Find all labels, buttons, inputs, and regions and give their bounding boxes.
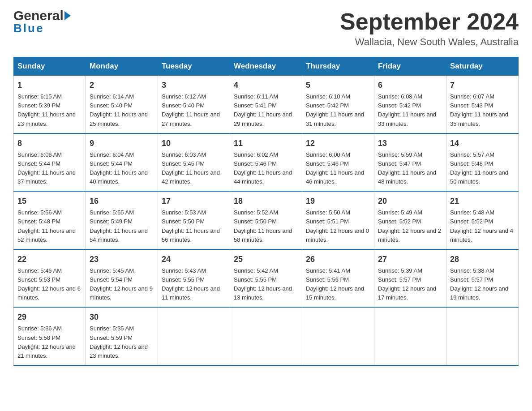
daylight-label: Daylight: 12 hours and 15 minutes.: [306, 285, 364, 301]
day-number: 14: [450, 137, 515, 150]
sunrise-label: Sunrise: 6:10 AM: [306, 93, 350, 100]
month-title: September 2024: [340, 9, 519, 34]
day-number: 8: [17, 137, 82, 150]
sunrise-label: Sunrise: 5:36 AM: [17, 325, 62, 332]
day-info: Sunrise: 5:50 AM Sunset: 5:51 PM Dayligh…: [306, 208, 370, 244]
daylight-label: Daylight: 11 hours and 44 minutes.: [234, 169, 292, 185]
day-info: Sunrise: 6:10 AM Sunset: 5:42 PM Dayligh…: [306, 92, 370, 128]
day-number: 17: [162, 195, 226, 207]
calendar-cell: 17 Sunrise: 5:53 AM Sunset: 5:50 PM Dayl…: [158, 191, 230, 249]
sunset-label: Sunset: 5:44 PM: [90, 160, 133, 167]
day-number: 5: [306, 79, 370, 91]
sunrise-label: Sunrise: 5:41 AM: [306, 267, 350, 274]
calendar-cell: 3 Sunrise: 6:12 AM Sunset: 5:40 PM Dayli…: [158, 76, 230, 133]
day-number: 27: [378, 253, 442, 265]
daylight-label: Daylight: 12 hours and 4 minutes.: [450, 227, 513, 243]
calendar-cell: 10 Sunrise: 6:03 AM Sunset: 5:45 PM Dayl…: [158, 133, 230, 192]
day-info: Sunrise: 6:12 AM Sunset: 5:40 PM Dayligh…: [162, 92, 226, 128]
sunrise-label: Sunrise: 5:46 AM: [17, 267, 62, 274]
calendar-week-row: 8 Sunrise: 6:06 AM Sunset: 5:44 PM Dayli…: [14, 133, 519, 192]
daylight-label: Daylight: 12 hours and 9 minutes.: [90, 285, 153, 301]
calendar-cell: [302, 307, 374, 365]
day-info: Sunrise: 5:36 AM Sunset: 5:58 PM Dayligh…: [17, 324, 82, 360]
day-number: 20: [378, 195, 442, 207]
logo-arrow-icon: [64, 11, 71, 20]
sunset-label: Sunset: 5:42 PM: [306, 102, 349, 109]
day-number: 26: [306, 253, 370, 265]
sunrise-label: Sunrise: 6:04 AM: [90, 151, 134, 158]
logo-general-text: General: [13, 9, 71, 22]
sunset-label: Sunset: 5:53 PM: [17, 276, 60, 283]
day-number: 15: [17, 195, 82, 207]
daylight-label: Daylight: 12 hours and 11 minutes.: [162, 285, 220, 301]
sunrise-label: Sunrise: 6:06 AM: [17, 151, 62, 158]
daylight-label: Daylight: 11 hours and 25 minutes.: [90, 111, 148, 127]
sunset-label: Sunset: 5:55 PM: [162, 276, 205, 283]
sunset-label: Sunset: 5:39 PM: [17, 102, 60, 109]
sunset-label: Sunset: 5:43 PM: [450, 102, 493, 109]
day-info: Sunrise: 5:56 AM Sunset: 5:48 PM Dayligh…: [17, 208, 82, 244]
sunset-label: Sunset: 5:41 PM: [234, 102, 277, 109]
sunset-label: Sunset: 5:48 PM: [17, 218, 60, 225]
day-number: 28: [450, 253, 515, 265]
calendar-cell: 28 Sunrise: 5:38 AM Sunset: 5:57 PM Dayl…: [446, 249, 519, 308]
day-info: Sunrise: 5:39 AM Sunset: 5:57 PM Dayligh…: [378, 266, 442, 303]
sunrise-label: Sunrise: 6:15 AM: [17, 93, 62, 100]
sunrise-label: Sunrise: 6:12 AM: [162, 93, 206, 100]
daylight-label: Daylight: 11 hours and 48 minutes.: [378, 169, 436, 185]
day-number: 13: [378, 137, 442, 150]
sunset-label: Sunset: 5:59 PM: [90, 334, 133, 341]
daylight-label: Daylight: 11 hours and 40 minutes.: [90, 169, 148, 185]
sunset-label: Sunset: 5:44 PM: [17, 160, 60, 167]
calendar-cell: [446, 307, 519, 365]
calendar-cell: 25 Sunrise: 5:42 AM Sunset: 5:55 PM Dayl…: [230, 249, 302, 308]
calendar-cell: 16 Sunrise: 5:55 AM Sunset: 5:49 PM Dayl…: [86, 191, 158, 249]
calendar-cell: 13 Sunrise: 5:59 AM Sunset: 5:47 PM Dayl…: [374, 133, 446, 192]
calendar-cell: [158, 307, 230, 365]
sunrise-label: Sunrise: 5:49 AM: [378, 209, 422, 216]
calendar-cell: 11 Sunrise: 6:02 AM Sunset: 5:46 PM Dayl…: [230, 133, 302, 192]
day-number: 1: [17, 79, 82, 91]
day-number: 3: [162, 79, 226, 91]
sunrise-label: Sunrise: 5:50 AM: [306, 209, 350, 216]
day-info: Sunrise: 6:06 AM Sunset: 5:44 PM Dayligh…: [17, 150, 82, 187]
day-number: 6: [378, 79, 442, 91]
daylight-label: Daylight: 11 hours and 29 minutes.: [234, 111, 292, 127]
sunrise-label: Sunrise: 5:38 AM: [450, 267, 494, 274]
sunset-label: Sunset: 5:54 PM: [90, 276, 133, 283]
calendar-cell: 4 Sunrise: 6:11 AM Sunset: 5:41 PM Dayli…: [230, 76, 302, 133]
calendar-cell: 21 Sunrise: 5:48 AM Sunset: 5:52 PM Dayl…: [446, 191, 519, 249]
daylight-label: Daylight: 12 hours and 23 minutes.: [90, 343, 148, 359]
daylight-label: Daylight: 12 hours and 2 minutes.: [378, 227, 441, 243]
sunset-label: Sunset: 5:42 PM: [378, 102, 421, 109]
calendar-cell: 7 Sunrise: 6:07 AM Sunset: 5:43 PM Dayli…: [446, 76, 519, 133]
daylight-label: Daylight: 11 hours and 31 minutes.: [306, 111, 364, 127]
sunset-label: Sunset: 5:57 PM: [378, 276, 421, 283]
calendar-cell: 27 Sunrise: 5:39 AM Sunset: 5:57 PM Dayl…: [374, 249, 446, 308]
day-info: Sunrise: 5:46 AM Sunset: 5:53 PM Dayligh…: [17, 266, 82, 303]
daylight-label: Daylight: 12 hours and 6 minutes.: [17, 285, 81, 301]
calendar-week-row: 1 Sunrise: 6:15 AM Sunset: 5:39 PM Dayli…: [14, 76, 519, 133]
sunset-label: Sunset: 5:40 PM: [162, 102, 205, 109]
sunrise-label: Sunrise: 5:42 AM: [234, 267, 278, 274]
col-sunday: Sunday: [14, 57, 86, 76]
sunset-label: Sunset: 5:56 PM: [306, 276, 349, 283]
day-info: Sunrise: 6:07 AM Sunset: 5:43 PM Dayligh…: [450, 92, 515, 128]
location-text: Wallacia, New South Wales, Australia: [340, 36, 519, 48]
calendar-cell: 20 Sunrise: 5:49 AM Sunset: 5:52 PM Dayl…: [374, 191, 446, 249]
sunset-label: Sunset: 5:50 PM: [162, 218, 205, 225]
logo-blue-text: Blue: [13, 22, 71, 34]
daylight-label: Daylight: 12 hours and 17 minutes.: [378, 285, 436, 301]
col-wednesday: Wednesday: [230, 57, 302, 76]
day-number: 2: [90, 79, 154, 91]
day-info: Sunrise: 6:02 AM Sunset: 5:46 PM Dayligh…: [234, 150, 298, 187]
daylight-label: Daylight: 11 hours and 37 minutes.: [17, 169, 76, 185]
daylight-label: Daylight: 11 hours and 54 minutes.: [90, 227, 148, 243]
day-info: Sunrise: 5:57 AM Sunset: 5:48 PM Dayligh…: [450, 150, 515, 187]
day-info: Sunrise: 5:48 AM Sunset: 5:52 PM Dayligh…: [450, 208, 515, 244]
day-info: Sunrise: 5:41 AM Sunset: 5:56 PM Dayligh…: [306, 266, 370, 303]
title-area: September 2024 Wallacia, New South Wales…: [340, 9, 519, 48]
sunrise-label: Sunrise: 6:02 AM: [234, 151, 278, 158]
calendar-cell: 15 Sunrise: 5:56 AM Sunset: 5:48 PM Dayl…: [14, 191, 86, 249]
day-number: 30: [90, 311, 154, 323]
